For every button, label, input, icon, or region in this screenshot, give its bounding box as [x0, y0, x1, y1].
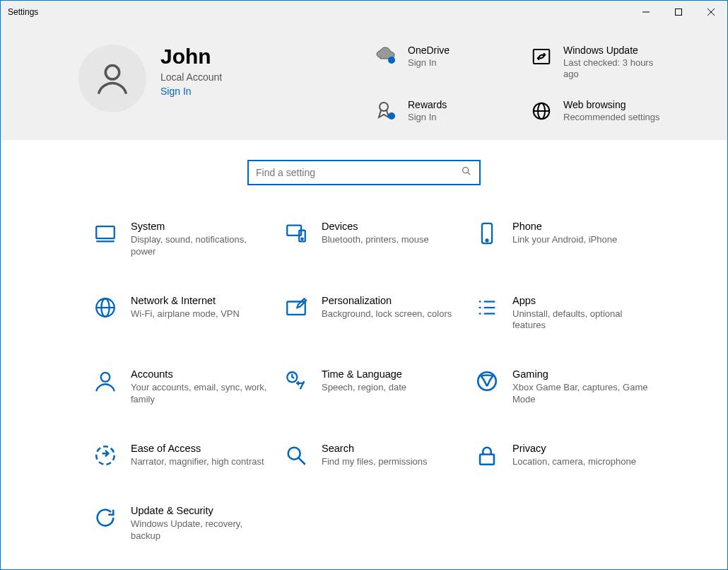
tile-sub: Narrator, magnifier, high contrast	[131, 456, 264, 468]
svg-point-20	[486, 239, 488, 241]
titlebar: Settings	[1, 1, 727, 23]
phone-icon	[474, 221, 500, 246]
tile-title: Ease of Access	[131, 443, 264, 454]
gaming-icon	[474, 368, 500, 394]
rewards-icon	[374, 99, 398, 123]
svg-rect-37	[480, 455, 494, 465]
header-tile-title: OneDrive	[408, 45, 450, 56]
header-tile-title: Rewards	[408, 99, 447, 110]
tile-title: Accounts	[131, 368, 272, 380]
header-tile-sub: Sign In	[408, 57, 450, 69]
tile-title: Phone	[512, 221, 617, 232]
header: John Local Account Sign In OneDrive Sign…	[1, 23, 727, 140]
tile-title: Personalization	[322, 295, 452, 306]
svg-point-31	[101, 373, 110, 382]
system-icon	[93, 221, 118, 246]
tile-privacy[interactable]: Privacy Location, camera, microphone	[474, 443, 665, 468]
header-tile-web-browsing[interactable]: Web browsing Recommended settings	[529, 99, 685, 123]
header-tile-windows-update[interactable]: Windows Update Last checked: 3 hours ago	[529, 45, 685, 81]
tile-time-language[interactable]: Time & Language Speech, region, date	[283, 368, 474, 406]
svg-rect-1	[676, 9, 682, 16]
personalization-icon	[283, 295, 309, 320]
privacy-icon	[474, 443, 500, 468]
header-tile-sub: Sign In	[408, 112, 447, 123]
tile-apps[interactable]: Apps Uninstall, defaults, optional featu…	[474, 295, 665, 332]
svg-point-8	[388, 112, 395, 120]
search-category-icon	[283, 443, 309, 468]
tile-sub: Xbox Game Bar, captures, Game Mode	[512, 382, 654, 406]
tile-devices[interactable]: Devices Bluetooth, printers, mouse	[283, 221, 474, 258]
tile-accounts[interactable]: Accounts Your accounts, email, sync, wor…	[93, 368, 283, 406]
svg-point-18	[301, 238, 303, 239]
tile-sub: Display, sound, notifications, power	[131, 234, 272, 258]
tile-title: Privacy	[512, 443, 636, 454]
tile-update-security[interactable]: Update & Security Windows Update, recove…	[93, 505, 283, 542]
user-avatar[interactable]	[78, 45, 146, 112]
svg-line-36	[299, 458, 305, 465]
tile-sub: Location, camera, microphone	[512, 456, 636, 468]
ease-of-access-icon	[93, 443, 118, 468]
onedrive-icon	[374, 45, 398, 69]
tile-system[interactable]: System Display, sound, notifications, po…	[93, 221, 283, 258]
close-button[interactable]	[695, 1, 727, 23]
search-box[interactable]	[247, 160, 481, 185]
globe-icon	[529, 99, 553, 123]
tile-sub: Windows Update, recovery, backup	[131, 518, 272, 542]
tile-title: Gaming	[512, 368, 654, 380]
tile-phone[interactable]: Phone Link your Android, iPhone	[474, 221, 665, 258]
header-tile-sub: Recommended settings	[563, 112, 660, 123]
category-grid: System Display, sound, notifications, po…	[1, 192, 727, 542]
svg-point-12	[463, 167, 469, 173]
svg-point-7	[380, 103, 388, 111]
tile-sub: Bluetooth, printers, mouse	[322, 234, 429, 246]
accounts-icon	[93, 368, 118, 394]
tile-sub: Uninstall, defaults, optional features	[512, 308, 654, 332]
update-security-icon	[93, 505, 118, 530]
tile-sub: Your accounts, email, sync, work, family	[131, 382, 272, 406]
header-tile-rewards[interactable]: Rewards Sign In	[374, 99, 529, 123]
settings-window: Settings John Local Account Sign In	[0, 0, 728, 570]
svg-rect-14	[96, 226, 115, 238]
tile-sub: Find my files, permissions	[322, 456, 428, 468]
header-tile-onedrive[interactable]: OneDrive Sign In	[374, 45, 529, 81]
tile-sub: Wi-Fi, airplane mode, VPN	[131, 308, 240, 320]
header-tile-sub: Last checked: 3 hours ago	[563, 57, 669, 81]
tile-sub: Background, lock screen, colors	[322, 308, 452, 320]
windows-update-icon	[529, 45, 553, 69]
svg-rect-6	[534, 50, 550, 64]
tile-gaming[interactable]: Gaming Xbox Game Bar, captures, Game Mod…	[474, 368, 665, 406]
tile-network[interactable]: Network & Internet Wi-Fi, airplane mode,…	[93, 295, 283, 332]
header-tile-title: Windows Update	[563, 45, 669, 56]
svg-line-13	[468, 172, 471, 175]
tile-personalization[interactable]: Personalization Background, lock screen,…	[283, 295, 474, 332]
time-language-icon	[283, 368, 309, 394]
user-sign-in-link[interactable]: Sign In	[160, 86, 222, 97]
tile-sub: Speech, region, date	[322, 382, 406, 394]
tile-title: Time & Language	[322, 368, 406, 380]
user-name: John	[160, 45, 222, 69]
devices-icon	[283, 221, 309, 246]
tile-search[interactable]: Search Find my files, permissions	[283, 443, 474, 468]
maximize-button[interactable]	[662, 1, 695, 23]
search-icon	[461, 165, 472, 180]
header-tile-title: Web browsing	[563, 99, 660, 110]
header-tiles: OneDrive Sign In Windows Update Last che…	[374, 45, 685, 123]
network-icon	[93, 295, 118, 320]
svg-point-5	[388, 57, 395, 64]
user-block: John Local Account Sign In	[160, 45, 222, 97]
user-account-type: Local Account	[160, 71, 222, 83]
tile-title: Update & Security	[131, 505, 272, 516]
svg-point-4	[105, 66, 119, 80]
tile-sub: Link your Android, iPhone	[512, 234, 617, 246]
apps-icon	[474, 295, 500, 320]
tile-title: Search	[322, 443, 428, 454]
tile-title: Network & Internet	[131, 295, 240, 306]
tile-title: Apps	[512, 295, 654, 306]
minimize-button[interactable]	[630, 1, 662, 23]
tile-title: System	[131, 221, 272, 232]
search-input[interactable]	[256, 167, 461, 178]
tile-ease-of-access[interactable]: Ease of Access Narrator, magnifier, high…	[93, 443, 283, 468]
search-area	[1, 140, 727, 192]
svg-point-35	[288, 448, 300, 460]
window-title: Settings	[1, 7, 630, 17]
